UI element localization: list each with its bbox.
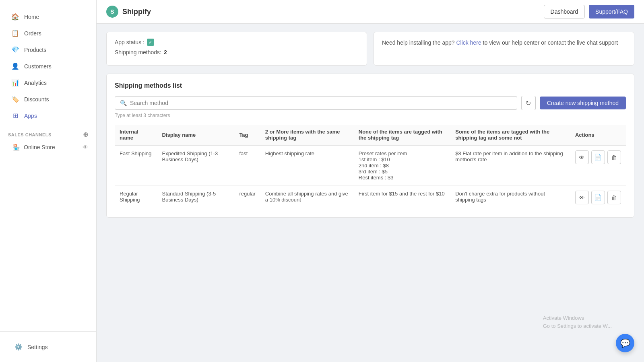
table-row: Fast ShippingExpedited Shipping (1-3 Bus… xyxy=(115,145,626,186)
customers-icon: 👤 xyxy=(11,62,19,70)
store-icon: 🏪 xyxy=(13,144,20,150)
shipping-methods-count: 2 xyxy=(164,49,167,56)
table-cell-3: Highest shipping rate xyxy=(260,145,354,186)
sidebar-bottom: ⚙️ Settings xyxy=(0,331,96,362)
top-header: S Shippify Dashboard Support/FAQ xyxy=(97,0,644,24)
col-header-internal-name: Internal name xyxy=(115,125,157,145)
chat-icon: 💬 xyxy=(620,338,630,348)
table-cell-0: Fast Shipping xyxy=(115,145,157,186)
info-row: App status : ✓ Shipping methods: 2 Need … xyxy=(106,32,634,66)
home-icon: 🏠 xyxy=(11,13,19,21)
shipping-methods-panel: Shipping methods list 🔍 ↻ Create new shi… xyxy=(106,74,634,218)
search-input-wrap: 🔍 xyxy=(115,96,517,110)
sidebar-item-label: Analytics xyxy=(24,80,47,86)
app-status-label: App status : xyxy=(115,39,144,45)
table-cell-1: Standard Shipping (3-5 Business Days) xyxy=(157,186,235,210)
help-text: Need help installing the app? xyxy=(382,39,455,46)
app-status-checked-icon: ✓ xyxy=(147,39,154,46)
panel-title: Shipping methods list xyxy=(115,82,626,89)
settings-icon: ⚙️ xyxy=(14,343,23,351)
discounts-icon: 🏷️ xyxy=(11,95,19,103)
sidebar-item-online-store[interactable]: 🏪 Online Store 👁 xyxy=(0,141,96,154)
col-header-2-or-more: 2 or More items with the same shipping t… xyxy=(260,125,354,145)
sidebar-item-customers[interactable]: 👤 Customers xyxy=(3,58,93,74)
view-button[interactable]: 👁 xyxy=(575,191,589,204)
sidebar-item-home[interactable]: 🏠 Home xyxy=(3,9,93,25)
sales-channels-label: SALES CHANNELS xyxy=(8,132,52,137)
col-header-none-tagged: None of the items are tagged with the sh… xyxy=(354,125,450,145)
products-icon: 💎 xyxy=(11,46,19,53)
table-cell-2: fast xyxy=(234,145,260,186)
delete-button[interactable]: 🗑 xyxy=(607,191,621,204)
chat-support-bubble[interactable]: 💬 xyxy=(616,334,634,352)
online-store-label: Online Store xyxy=(24,144,55,150)
sidebar-item-settings[interactable]: ⚙️ Settings xyxy=(6,339,90,355)
col-header-actions: Actions xyxy=(570,125,626,145)
create-shipping-method-button[interactable]: Create new shipping method xyxy=(540,97,626,109)
table-cell-actions: 👁 📄 🗑 xyxy=(570,145,626,186)
edit-button[interactable]: 📄 xyxy=(591,150,605,164)
sidebar-item-label: Home xyxy=(24,14,39,20)
help-link[interactable]: Click here xyxy=(456,39,481,46)
help-card: Need help installing the app? Click here… xyxy=(374,32,634,66)
app-status-card: App status : ✓ Shipping methods: 2 xyxy=(106,32,367,66)
search-row: 🔍 ↻ Create new shipping method xyxy=(115,96,626,110)
brand-logo: S xyxy=(106,6,118,18)
support-faq-button[interactable]: Support/FAQ xyxy=(589,5,634,19)
apps-icon: ⊞ xyxy=(11,112,19,119)
table-row: Regular ShippingStandard Shipping (3-5 B… xyxy=(115,186,626,210)
help-after-link: to view our help center or contact the l… xyxy=(483,39,618,46)
col-header-tag: Tag xyxy=(234,125,260,145)
eye-icon[interactable]: 👁 xyxy=(83,144,88,150)
table-cell-4: First item for $15 and the rest for $10 xyxy=(354,186,450,210)
shipping-methods-label: Shipping methods: xyxy=(115,49,161,56)
analytics-icon: 📊 xyxy=(11,79,19,86)
settings-label: Settings xyxy=(27,344,48,350)
action-buttons: 👁 📄 🗑 xyxy=(575,150,621,164)
table-cell-4: Preset rates per item 1st item : $10 2nd… xyxy=(354,145,450,186)
page-content: App status : ✓ Shipping methods: 2 Need … xyxy=(97,24,644,362)
edit-button[interactable]: 📄 xyxy=(591,191,605,204)
sidebar: 🏠 Home 📋 Orders 💎 Products 👤 Customers 📊… xyxy=(0,0,97,362)
sidebar-item-label: Orders xyxy=(24,30,41,37)
col-header-display-name: Display name xyxy=(157,125,235,145)
app-status-line: App status : ✓ xyxy=(115,39,359,46)
main-content: S Shippify Dashboard Support/FAQ App sta… xyxy=(97,0,644,362)
table-cell-actions: 👁 📄 🗑 xyxy=(570,186,626,210)
sidebar-nav: 🏠 Home 📋 Orders 💎 Products 👤 Customers 📊… xyxy=(0,8,96,124)
add-channel-icon[interactable]: ⊕ xyxy=(83,131,89,138)
shipping-methods-table: Internal name Display name Tag 2 or More… xyxy=(115,125,626,209)
table-cell-2: regular xyxy=(234,186,260,210)
header-actions: Dashboard Support/FAQ xyxy=(544,5,634,19)
orders-icon: 📋 xyxy=(11,29,19,37)
sidebar-item-label: Discounts xyxy=(24,96,49,103)
sidebar-item-apps[interactable]: ⊞ Apps xyxy=(3,108,93,123)
table-cell-1: Expedited Shipping (1-3 Business Days) xyxy=(157,145,235,186)
action-buttons: 👁 📄 🗑 xyxy=(575,191,621,204)
table-cell-0: Regular Shipping xyxy=(115,186,157,210)
sidebar-item-products[interactable]: 💎 Products xyxy=(3,42,93,58)
table-cell-3: Combine all shipping rates and give a 10… xyxy=(260,186,354,210)
refresh-button[interactable]: ↻ xyxy=(521,96,536,110)
sales-channels-section: SALES CHANNELS ⊕ xyxy=(0,124,96,141)
sidebar-item-orders[interactable]: 📋 Orders xyxy=(3,25,93,41)
refresh-icon: ↻ xyxy=(526,99,531,107)
table-header-row: Internal name Display name Tag 2 or More… xyxy=(115,125,626,145)
table-cell-5: Don't charge extra for products without … xyxy=(450,186,570,210)
sidebar-item-discounts[interactable]: 🏷️ Discounts xyxy=(3,91,93,107)
sidebar-item-label: Apps xyxy=(24,113,37,119)
sidebar-item-label: Customers xyxy=(24,63,52,70)
search-input[interactable] xyxy=(130,100,512,106)
col-header-some-tagged: Some of the items are tagged with the sh… xyxy=(450,125,570,145)
delete-button[interactable]: 🗑 xyxy=(607,150,621,164)
dashboard-button[interactable]: Dashboard xyxy=(544,5,585,19)
search-hint: Type at least 3 characters xyxy=(115,113,626,118)
brand-name: Shippify xyxy=(122,8,151,16)
brand: S Shippify xyxy=(106,6,151,18)
sidebar-item-label: Products xyxy=(24,47,46,53)
shipping-methods-line: Shipping methods: 2 xyxy=(115,49,359,56)
view-button[interactable]: 👁 xyxy=(575,150,589,164)
search-icon: 🔍 xyxy=(120,100,127,106)
sidebar-item-analytics[interactable]: 📊 Analytics xyxy=(3,75,93,90)
table-cell-5: $8 Flat rate per item in addition to the… xyxy=(450,145,570,186)
